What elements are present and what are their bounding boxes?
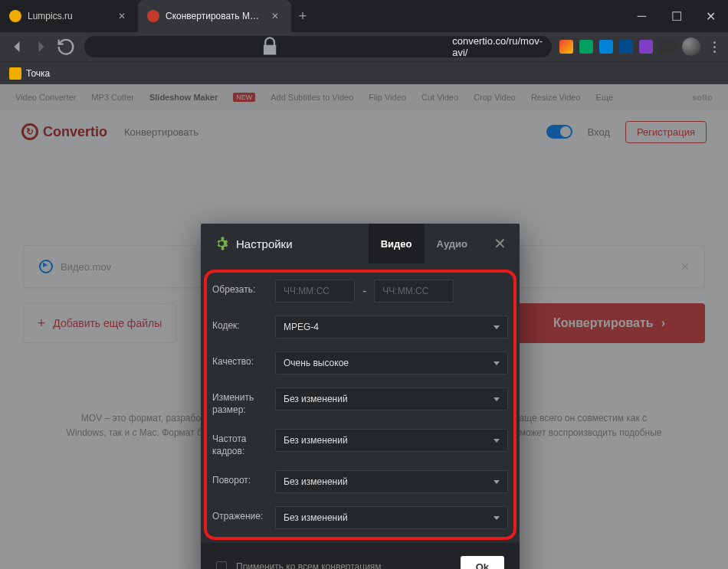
dash-separator: - <box>362 284 366 298</box>
extension-icons <box>559 38 722 56</box>
url-text: convertio.co/ru/mov-avi/ <box>452 35 543 58</box>
forward-button[interactable] <box>31 36 52 57</box>
gear-icon <box>215 237 228 250</box>
close-icon[interactable]: ✕ <box>118 11 129 21</box>
favicon-icon <box>9 10 21 22</box>
tab-title: Сконвертировать MOV в AVI он <box>166 11 265 21</box>
modal-title: Настройки <box>236 237 293 250</box>
label-flip: Отражение: <box>212 506 275 523</box>
cut-end-input[interactable]: ЧЧ:ММ:СС <box>374 280 454 302</box>
browser-tab-active[interactable]: Сконвертировать MOV в AVI он ✕ <box>138 0 291 32</box>
label-rotate: Поворот: <box>212 470 275 487</box>
back-button[interactable] <box>6 36 28 57</box>
apply-all-checkbox[interactable] <box>216 561 227 569</box>
extension-icon[interactable] <box>639 40 653 54</box>
tab-audio[interactable]: Аудио <box>425 224 480 263</box>
codec-select[interactable]: MPEG-4 <box>275 316 508 338</box>
extension-icon[interactable] <box>559 40 573 54</box>
resize-select[interactable]: Без изменений <box>275 388 508 410</box>
extension-icon[interactable] <box>619 40 633 54</box>
rotate-select[interactable]: Без изменений <box>275 470 508 493</box>
address-bar[interactable]: convertio.co/ru/mov-avi/ <box>84 36 552 57</box>
bookmarks-bar: Точка <box>0 61 728 84</box>
close-window-button[interactable]: ✕ <box>694 0 728 32</box>
modal-header: Настройки Видео Аудио ✕ <box>201 224 520 263</box>
extension-icon[interactable] <box>659 40 676 54</box>
window-titlebar: Lumpics.ru ✕ Сконвертировать MOV в AVI о… <box>0 0 728 32</box>
tab-title: Lumpics.ru <box>28 11 112 21</box>
apply-all-label: Применить ко всем конвертациям <box>236 561 451 569</box>
reload-button[interactable] <box>55 36 77 57</box>
settings-modal: Настройки Видео Аудио ✕ Обрезать: ЧЧ:ММ:… <box>201 224 520 569</box>
browser-toolbar: convertio.co/ru/mov-avi/ <box>0 32 728 61</box>
page-content: Video Converter MP3 Cutter Slideshow Mak… <box>0 84 728 569</box>
quality-select[interactable]: Очень высокое <box>275 352 508 374</box>
lock-icon <box>93 36 446 57</box>
label-codec: Кодек: <box>212 316 275 332</box>
close-icon[interactable]: ✕ <box>271 11 282 21</box>
fps-select[interactable]: Без изменений <box>275 429 508 452</box>
maximize-button[interactable]: ☐ <box>659 0 694 32</box>
modal-footer: Применить ко всем конвертациям Ok <box>201 543 520 569</box>
favicon-icon <box>147 10 159 22</box>
profile-avatar[interactable] <box>682 38 700 56</box>
bookmark-item[interactable]: Точка <box>26 68 50 79</box>
minimize-button[interactable]: ─ <box>625 0 659 32</box>
label-quality: Качество: <box>212 352 275 368</box>
cut-start-input[interactable]: ЧЧ:ММ:СС <box>275 280 355 302</box>
extension-icon[interactable] <box>579 40 593 54</box>
extension-icon[interactable] <box>599 40 613 54</box>
ok-button[interactable]: Ok <box>461 556 504 569</box>
add-tab-button[interactable]: + <box>291 0 314 32</box>
bookmark-icon <box>9 67 21 80</box>
modal-body: Обрезать: ЧЧ:ММ:СС - ЧЧ:ММ:СС Кодек: MPE… <box>201 263 520 543</box>
tab-video[interactable]: Видео <box>369 224 425 263</box>
label-resize: Изменить размер: <box>212 388 275 416</box>
label-fps: Частота кадров: <box>212 429 275 457</box>
flip-select[interactable]: Без изменений <box>275 506 508 529</box>
label-cut: Обрезать: <box>212 280 275 296</box>
browser-tab-inactive[interactable]: Lumpics.ru ✕ <box>0 0 138 32</box>
close-modal-button[interactable]: ✕ <box>480 224 520 263</box>
browser-menu-button[interactable] <box>707 41 722 53</box>
